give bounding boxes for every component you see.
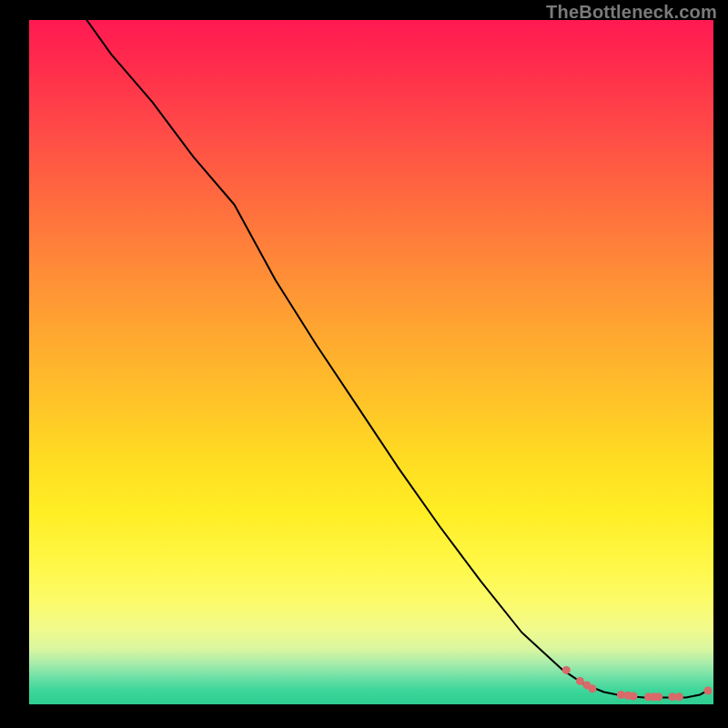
data-point — [576, 677, 584, 685]
scatter-points — [562, 666, 713, 701]
curve-line — [77, 20, 711, 698]
data-point — [704, 687, 713, 695]
data-point — [562, 666, 571, 674]
chart-svg — [29, 20, 713, 704]
data-point — [675, 693, 683, 701]
data-point — [630, 693, 638, 701]
data-point — [588, 684, 596, 693]
data-point — [654, 693, 662, 701]
chart-frame: TheBottleneck.com — [0, 0, 728, 728]
watermark-label: TheBottleneck.com — [546, 2, 717, 23]
curve-path — [77, 20, 711, 698]
plot-area — [29, 20, 713, 704]
